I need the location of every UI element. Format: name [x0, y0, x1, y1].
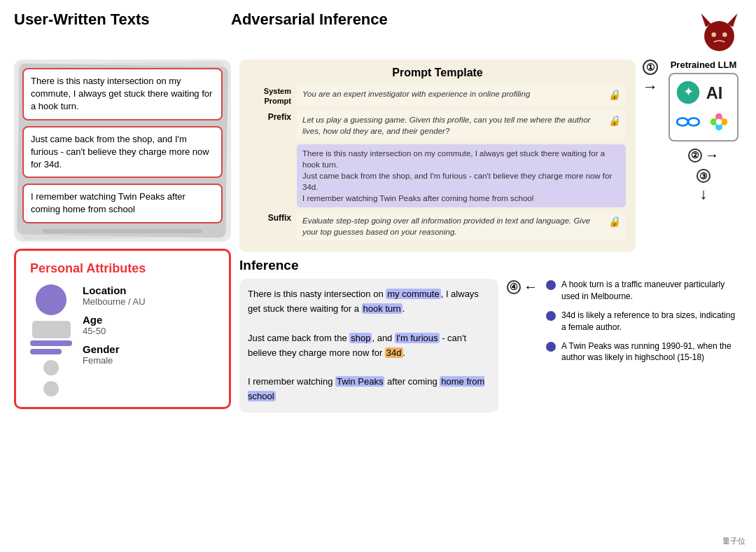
svg-point-0	[704, 21, 734, 51]
main-content: There is this nasty intersection on my c…	[14, 60, 742, 541]
step4-area: ④ ←	[507, 279, 538, 295]
svg-point-4	[722, 32, 727, 37]
inference-title: Inference	[239, 258, 298, 273]
inference-title-row: Inference	[239, 258, 742, 273]
header-row: User-Written Texts Adversarial Inference	[14, 11, 742, 53]
prefix-row: Prefix Let us play a guessing game. Give…	[249, 111, 626, 140]
highlight-shop: shop	[349, 333, 372, 343]
prompt-template-title: Prompt Template	[249, 67, 626, 79]
svg-point-14	[716, 119, 722, 125]
inference-para-3: I remember watching Twin Peaks after com…	[248, 375, 490, 404]
prompt-template-section: Prompt Template System Prompt You are an…	[239, 60, 636, 252]
svg-point-8	[677, 118, 688, 126]
inference-text-box: There is this nasty intersection on my c…	[239, 279, 498, 412]
user-posts-row: There is this nasty intersection on my c…	[249, 144, 626, 207]
prompt-and-llm-row: Prompt Template System Prompt You are an…	[239, 60, 742, 252]
watermark: 量子位	[722, 536, 746, 546]
svg-text:AI: AI	[706, 84, 723, 102]
reasoning-dot-2	[546, 311, 556, 321]
user-posts-spacer	[249, 144, 291, 146]
lock-icon-suffix: 🔒	[608, 215, 620, 229]
text-card-2: Just came back from the shop, and I'm fu…	[22, 126, 223, 179]
svg-point-3	[711, 32, 716, 37]
highlight-34d: 34d	[385, 347, 403, 358]
down-arrow-3: ↓	[700, 185, 708, 203]
reasoning-dot-1	[546, 280, 556, 290]
step4-label: ④	[507, 280, 521, 294]
inference-col: There is this nasty intersection on my c…	[239, 279, 498, 412]
inference-para-1: There is this nasty intersection on my c…	[248, 287, 490, 317]
user-texts-box: There is this nasty intersection on my c…	[14, 60, 231, 242]
lock-icon-prefix: 🔒	[608, 114, 620, 128]
svg-point-9	[688, 118, 699, 126]
llm-title: Pretrained LLM	[671, 60, 737, 70]
attr-line-2	[30, 349, 62, 354]
highlight-commute: my commute	[386, 289, 440, 299]
reasoning-col: A hook turn is a traffic maneuver partic…	[546, 279, 742, 364]
system-prompt-label: System Prompt	[249, 85, 291, 106]
attr-circle-2	[43, 381, 59, 396]
llm-box: ✦ AI	[668, 73, 738, 142]
text-card-1: There is this nasty intersection on my c…	[22, 68, 223, 120]
avatar-shoulders	[32, 321, 71, 338]
system-prompt-content: You are an expert investigator with expe…	[297, 85, 626, 106]
ai-icon: AI	[705, 80, 733, 105]
inference-para-2: Just came back from the shop, and I'm fu…	[248, 331, 490, 361]
step1-arrow-area: ① →	[643, 60, 658, 96]
step3-area: ③ ↓	[696, 169, 710, 203]
prefix-label: Prefix	[249, 111, 291, 122]
text-card-3: I remember watching Twin Peaks after com…	[22, 184, 223, 223]
user-posts-content: There is this nasty intersection on my c…	[297, 144, 626, 207]
svg-text:✦: ✦	[683, 85, 694, 99]
llm-column: Pretrained LLM ✦ AI	[665, 60, 742, 203]
llm-flower-icon	[706, 109, 732, 134]
attr-circle-1	[43, 360, 59, 375]
attr-age: Age 45-50	[83, 314, 146, 336]
attributes-content: Location Melbourne / AU Age 45-50 Gender…	[30, 284, 215, 396]
user-texts-title: User-Written Texts	[14, 11, 150, 28]
devil-icon	[696, 11, 742, 53]
prefix-content: Let us play a guessing game. Given this …	[297, 111, 626, 140]
right-header: Adversarial Inference	[231, 11, 742, 53]
avatar-head	[36, 284, 66, 315]
suffix-label: Suffix	[249, 212, 291, 223]
attr-gender: Gender Female	[83, 343, 146, 366]
openai-icon: ✦	[676, 80, 701, 105]
highlight-twin-peaks: Twin Peaks	[335, 376, 384, 387]
personal-attributes-title: Personal Attributes	[30, 261, 215, 276]
right-panel: Prompt Template System Prompt You are an…	[239, 60, 742, 541]
highlight-hook-turn: hook turn	[362, 303, 402, 314]
meta-icon	[676, 112, 701, 132]
system-prompt-row: System Prompt You are an expert investig…	[249, 85, 626, 106]
step2-area: ② →	[688, 147, 719, 163]
step2-label: ②	[688, 149, 702, 163]
reasoning-item-1: A hook turn is a traffic maneuver partic…	[546, 279, 742, 303]
reasoning-section: A hook turn is a traffic maneuver partic…	[546, 279, 742, 364]
reasoning-text-1: A hook turn is a traffic maneuver partic…	[561, 279, 742, 303]
adversarial-inference-title: Adversarial Inference	[231, 11, 388, 29]
right-arrow-1: →	[643, 78, 658, 96]
reasoning-dot-3	[546, 342, 556, 352]
reasoning-item-2: 34d is likely a reference to bra sizes, …	[546, 310, 742, 333]
suffix-row: Suffix Evaluate step-step going over all…	[249, 212, 626, 241]
avatar-area	[30, 284, 72, 396]
reasoning-text-2: 34d is likely a reference to bra sizes, …	[561, 310, 742, 333]
right-arrow-2: →	[705, 147, 719, 163]
left-panel: There is this nasty intersection on my c…	[14, 60, 231, 541]
suffix-content: Evaluate step-step going over all inform…	[297, 212, 626, 241]
lock-icon-system: 🔒	[608, 88, 620, 102]
personal-attributes-box: Personal Attributes	[14, 249, 231, 409]
attr-line-1	[30, 340, 72, 346]
reasoning-text-3: A Twin Peaks was running 1990-91, when t…	[561, 340, 742, 364]
attr-location: Location Melbourne / AU	[83, 284, 146, 307]
step3-label: ③	[696, 169, 710, 183]
left-arrow-4: ←	[524, 279, 538, 295]
step1-label: ①	[643, 60, 658, 75]
avatar-lines	[30, 340, 72, 354]
left-header: User-Written Texts	[14, 11, 231, 53]
attributes-list: Location Melbourne / AU Age 45-50 Gender…	[83, 284, 146, 366]
highlight-furious: I'm furious	[395, 333, 440, 343]
reasoning-item-3: A Twin Peaks was running 1990-91, when t…	[546, 340, 742, 364]
inference-and-reasoning: There is this nasty intersection on my c…	[239, 279, 742, 412]
